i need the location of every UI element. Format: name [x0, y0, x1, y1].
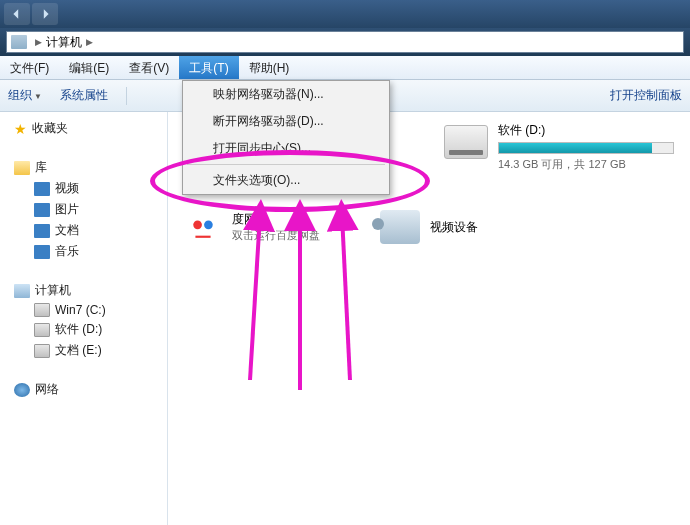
sidebar-item-pictures[interactable]: 图片	[0, 199, 167, 220]
toolbar-separator	[126, 87, 127, 105]
pictures-icon	[34, 203, 50, 217]
dropdown-item[interactable]: 断开网络驱动器(D)...	[183, 108, 389, 135]
item-baidu-netdisk[interactable]: 度网盘 双击运行百度网盘	[184, 208, 320, 246]
drive-free-text: 14.3 GB 可用，共 127 GB	[498, 157, 674, 172]
toolbar-system-properties[interactable]: 系统属性	[60, 87, 108, 104]
camcorder-icon	[380, 210, 420, 244]
nav-forward-button[interactable]	[32, 3, 58, 25]
dropdown-item[interactable]: 映射网络驱动器(N)...	[183, 81, 389, 108]
svg-rect-2	[195, 236, 210, 238]
menu-file[interactable]: 文件(F)	[0, 56, 59, 79]
nav-back-button[interactable]	[4, 3, 30, 25]
dropdown-separator	[187, 164, 385, 165]
sidebar-drive-d[interactable]: 软件 (D:)	[0, 319, 167, 340]
toolbar-open-control-panel[interactable]: 打开控制面板	[610, 87, 682, 104]
menu-view[interactable]: 查看(V)	[119, 56, 179, 79]
menu-help[interactable]: 帮助(H)	[239, 56, 300, 79]
star-icon: ★	[14, 121, 27, 137]
video-icon	[34, 182, 50, 196]
chevron-right-icon: ▶	[35, 37, 42, 47]
breadcrumb-root[interactable]: 计算机	[46, 34, 82, 51]
menu-edit[interactable]: 编辑(E)	[59, 56, 119, 79]
sidebar-item-video[interactable]: 视频	[0, 178, 167, 199]
network-icon	[14, 383, 30, 397]
computer-icon	[14, 284, 30, 298]
video-device-label: 视频设备	[430, 219, 478, 236]
svg-point-1	[204, 221, 213, 230]
sidebar-drive-e[interactable]: 文档 (E:)	[0, 340, 167, 361]
sidebar-drive-c[interactable]: Win7 (C:)	[0, 301, 167, 319]
drive-icon	[34, 303, 50, 317]
menu-bar: 文件(F) 编辑(E) 查看(V) 工具(T) 帮助(H)	[0, 56, 690, 80]
drive-title: 软件 (D:)	[498, 122, 674, 139]
sidebar-favorites[interactable]: ★收藏夹	[0, 118, 167, 139]
drive-icon	[34, 323, 50, 337]
documents-icon	[34, 224, 50, 238]
drive-icon	[444, 125, 488, 159]
svg-point-0	[193, 221, 202, 230]
dropdown-item[interactable]: 打开同步中心(S)...	[183, 135, 389, 162]
address-bar: ▶ 计算机 ▶	[0, 28, 690, 56]
titlebar	[0, 0, 690, 28]
computer-icon	[11, 35, 27, 49]
sidebar-computer[interactable]: 计算机	[0, 280, 167, 301]
baidu-title: 度网盘	[232, 211, 320, 228]
baidu-icon	[184, 208, 222, 246]
sidebar: ★收藏夹 库 视频 图片 文档 音乐 计算机 Win7 (C:) 软件 (D:)…	[0, 112, 168, 525]
tools-dropdown: 映射网络驱动器(N)...断开网络驱动器(D)...打开同步中心(S)...文件…	[182, 80, 390, 195]
sidebar-network[interactable]: 网络	[0, 379, 167, 400]
item-video-device[interactable]: 视频设备	[380, 208, 478, 246]
toolbar-organize[interactable]: 组织▼	[8, 87, 42, 104]
library-icon	[14, 161, 30, 175]
sidebar-library[interactable]: 库	[0, 157, 167, 178]
music-icon	[34, 245, 50, 259]
baidu-subtitle: 双击运行百度网盘	[232, 228, 320, 243]
drive-icon	[34, 344, 50, 358]
address-field[interactable]: ▶ 计算机 ▶	[6, 31, 684, 53]
chevron-right-icon: ▶	[86, 37, 93, 47]
sidebar-item-documents[interactable]: 文档	[0, 220, 167, 241]
menu-tools[interactable]: 工具(T)	[179, 56, 238, 79]
sidebar-item-music[interactable]: 音乐	[0, 241, 167, 262]
drive-usage-bar	[498, 142, 674, 154]
dropdown-item[interactable]: 文件夹选项(O)...	[183, 167, 389, 194]
drive-tile-d[interactable]: 软件 (D:) 14.3 GB 可用，共 127 GB	[444, 122, 674, 172]
